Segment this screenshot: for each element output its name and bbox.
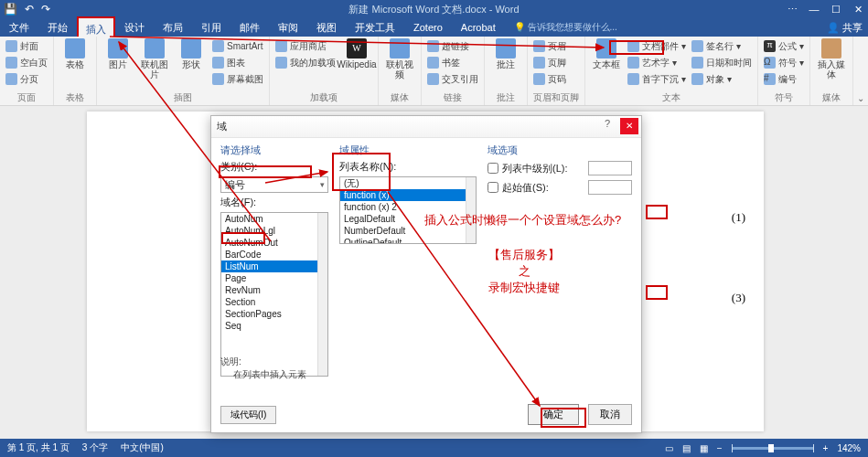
listname-item-selected[interactable]: function (x) [340, 189, 476, 201]
status-words[interactable]: 3 个字 [82, 441, 108, 454]
status-language[interactable]: 中文(中国) [121, 441, 164, 454]
dialog-close-icon[interactable]: ✕ [620, 118, 638, 134]
field-dialog: 域 ? ✕ 请选择域 类别(C): 编号 域名(F): AutoNum Auto… [210, 115, 642, 433]
blank-page-button[interactable]: 空白页 [5, 55, 48, 70]
field-item[interactable]: SectionPages [221, 308, 327, 320]
header-button[interactable]: 页眉 [533, 38, 566, 54]
online-picture-button[interactable]: 联机图片 [139, 38, 170, 80]
tab-file[interactable]: 文件 [0, 18, 38, 37]
zoom-slider[interactable] [732, 447, 814, 450]
cancel-button[interactable]: 取消 [588, 404, 632, 425]
page-number-button[interactable]: 页码 [533, 71, 566, 87]
field-item[interactable]: AutoNum [221, 213, 327, 225]
bookmark-button[interactable]: 书签 [427, 55, 478, 70]
wordart-button[interactable]: 艺术字 ▾ [627, 55, 686, 70]
list-name-list[interactable]: (无) function (x) function (x) 2 LegalDef… [339, 176, 477, 244]
field-item[interactable]: AutoNumLgl [221, 225, 327, 237]
smartart-button[interactable]: SmartArt [212, 38, 263, 54]
choose-field-header: 请选择域 [220, 143, 328, 157]
view-print-icon[interactable]: ▤ [682, 443, 691, 453]
ribbon-collapse-icon[interactable]: ⌄ [857, 93, 864, 103]
start-label: 起始值(S): [502, 181, 584, 195]
dialog-titlebar[interactable]: 域 ? ✕ [211, 116, 641, 138]
hyperlink-button[interactable]: 超链接 [427, 38, 478, 54]
picture-button[interactable]: 图片 [102, 38, 134, 69]
footer-button[interactable]: 页脚 [533, 55, 566, 70]
view-read-icon[interactable]: ▭ [665, 443, 673, 453]
quick-parts-button[interactable]: 文档部件 ▾ [627, 38, 686, 54]
minimize-icon[interactable]: — [808, 4, 820, 16]
scrollbar[interactable] [317, 213, 327, 376]
scrollbar[interactable] [466, 177, 476, 243]
listname-item[interactable]: (无) [340, 177, 476, 189]
field-item[interactable]: Page [221, 272, 327, 284]
close-window-icon[interactable]: ✕ [852, 4, 864, 16]
tab-zotero[interactable]: Zotero [404, 18, 452, 37]
wikipedia-button[interactable]: WWikipedia [341, 38, 372, 69]
tab-acrobat[interactable]: Acrobat [452, 18, 505, 37]
level-input[interactable] [588, 161, 632, 175]
ribbon: 封面 空白页 分页 页面 表格 表格 图片 联机图片 形状 SmartArt 图… [0, 37, 868, 106]
equation-button[interactable]: π公式 ▾ [764, 38, 804, 54]
xref-button[interactable]: 交叉引用 [427, 71, 478, 87]
redo-icon[interactable]: ↷ [41, 3, 50, 16]
dialog-help-icon[interactable]: ? [599, 118, 616, 129]
tab-review[interactable]: 审阅 [269, 18, 307, 37]
field-code-button[interactable]: 域代码(I) [220, 406, 276, 424]
field-item[interactable]: AutoNumOut [221, 237, 327, 249]
table-button[interactable]: 表格 [59, 38, 91, 69]
ok-button[interactable]: 确定 [528, 404, 579, 425]
tab-view[interactable]: 视图 [307, 18, 346, 37]
dropcap-button[interactable]: 首字下沉 ▾ [627, 71, 686, 87]
tab-design[interactable]: 设计 [115, 18, 154, 37]
undo-icon[interactable]: ↶ [25, 3, 34, 16]
comment-button[interactable]: 批注 [490, 38, 521, 69]
date-time-button[interactable]: 日期和时间 [691, 55, 752, 70]
level-checkbox[interactable] [488, 163, 498, 174]
tab-mailings[interactable]: 邮件 [230, 18, 269, 37]
store-button[interactable]: 应用商店 [275, 38, 336, 54]
maximize-icon[interactable]: ☐ [830, 4, 842, 16]
status-page[interactable]: 第 1 页, 共 1 页 [7, 441, 70, 454]
listname-item[interactable]: function (x) 2 [340, 201, 476, 213]
shapes-button[interactable]: 形状 [176, 38, 207, 69]
chart-button[interactable]: 图表 [212, 55, 263, 70]
textbox-button[interactable]: 文本框 [591, 38, 622, 69]
save-icon[interactable]: 💾 [4, 3, 17, 16]
object-button[interactable]: 对象 ▾ [691, 71, 752, 87]
zoom-in-icon[interactable]: + [823, 443, 829, 453]
field-item[interactable]: Section [221, 296, 327, 308]
my-addins-button[interactable]: 我的加载项 [275, 55, 336, 70]
start-input[interactable] [588, 180, 632, 195]
tab-insert[interactable]: 插入 [77, 16, 115, 38]
cover-page-button[interactable]: 封面 [5, 38, 48, 54]
share-button[interactable]: 👤 共享 [827, 18, 863, 37]
category-select[interactable]: 编号 [220, 176, 328, 193]
zoom-out-icon[interactable]: − [717, 443, 723, 453]
equation-num-1: (1) [732, 210, 745, 225]
listname-item[interactable]: OutlineDefault [340, 237, 476, 244]
tell-me[interactable]: 💡 告诉我您想要做什么... [505, 18, 627, 37]
field-item[interactable]: BarCode [221, 249, 327, 260]
field-item[interactable]: RevNum [221, 284, 327, 296]
field-name-list[interactable]: AutoNum AutoNumLgl AutoNumOut BarCode Li… [220, 212, 328, 377]
tab-developer[interactable]: 开发工具 [346, 18, 404, 37]
number-button[interactable]: #编号 [764, 71, 804, 87]
listname-item[interactable]: NumberDefault [340, 225, 476, 237]
listname-item[interactable]: LegalDefault [340, 213, 476, 225]
zoom-level[interactable]: 142% [837, 443, 861, 453]
symbol-button[interactable]: Ω符号 ▾ [764, 55, 804, 70]
signature-line-button[interactable]: 签名行 ▾ [691, 38, 752, 54]
page-break-button[interactable]: 分页 [5, 71, 48, 87]
screenshot-button[interactable]: 屏幕截图 [212, 71, 263, 87]
tab-home[interactable]: 开始 [38, 18, 77, 37]
ribbon-opts-icon[interactable]: ⋯ [786, 4, 798, 16]
tab-references[interactable]: 引用 [192, 18, 230, 37]
field-item-selected[interactable]: ListNum [221, 260, 327, 272]
tab-layout[interactable]: 布局 [154, 18, 192, 37]
online-video-button[interactable]: 联机视频 [384, 38, 415, 80]
field-item[interactable]: Seq [221, 320, 327, 332]
start-checkbox[interactable] [488, 182, 498, 193]
view-web-icon[interactable]: ▦ [700, 443, 708, 453]
insert-media-button[interactable]: 插入媒体 [816, 38, 847, 80]
